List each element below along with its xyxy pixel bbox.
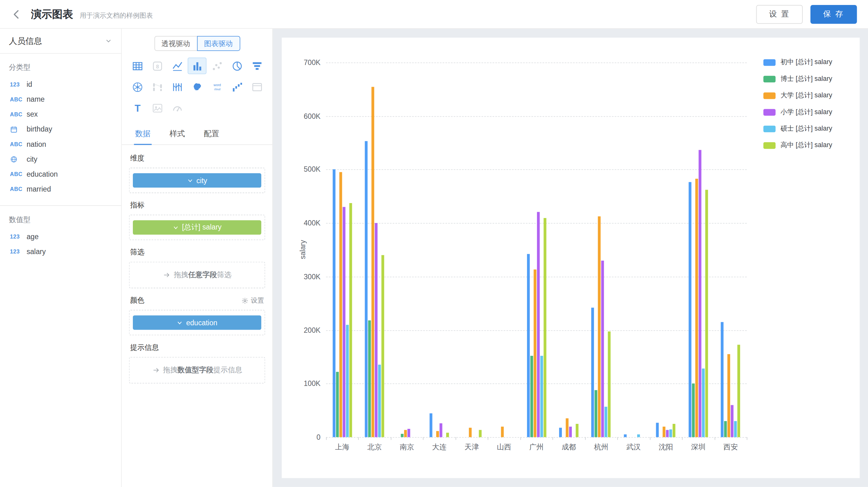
bar-group-沈阳 — [650, 63, 682, 437]
chart-type-line-icon[interactable] — [168, 58, 186, 74]
svg-text:T: T — [134, 103, 140, 113]
chart-type-pie-icon[interactable] — [227, 58, 246, 74]
chart-type-bar-icon[interactable] — [188, 58, 206, 74]
color-label: 颜色 — [130, 295, 144, 305]
bar-group-成都 — [553, 63, 585, 437]
chart-type-table-icon[interactable] — [128, 58, 147, 74]
field-item-salary[interactable]: 123salary — [0, 244, 121, 259]
metric-drop-zone[interactable]: [总计] salary — [129, 215, 266, 240]
bar-group-杭州 — [585, 63, 617, 437]
x-axis-tick — [423, 437, 424, 440]
x-axis-tick — [488, 437, 489, 440]
x-axis-tick — [326, 437, 327, 440]
bar — [702, 368, 705, 437]
x-axis-tick — [682, 437, 683, 440]
filter-drop-zone[interactable]: 拖拽任意字段筛选 — [129, 262, 266, 288]
panel-tabs: 数据样式配置 — [122, 124, 272, 145]
numeric-type-icon: 123 — [10, 233, 26, 240]
color-pill-education[interactable]: education — [133, 315, 261, 330]
tooltip-drop-zone[interactable]: 拖拽数值型字段提示信息 — [129, 357, 266, 384]
field-item-birthday[interactable]: birthday — [0, 122, 121, 136]
chart-canvas: salary 0100K200K300K400K500K600K700K 上海北… — [273, 29, 868, 487]
field-group-label: 分类型 — [0, 56, 121, 77]
plot-area — [326, 63, 747, 437]
color-drop-zone[interactable]: education — [129, 310, 266, 335]
legend-item[interactable]: 初中 [总计] salary — [764, 58, 832, 67]
chart-type-parallel-icon[interactable] — [168, 79, 186, 95]
x-tick-label-沈阳: 沈阳 — [650, 442, 682, 452]
mode-tab-pivot-driven[interactable]: 透视驱动 — [154, 36, 197, 51]
chevron-left-icon — [11, 9, 22, 20]
bar — [670, 429, 672, 437]
field-item-education[interactable]: ABCeducation — [0, 167, 121, 182]
bar — [378, 365, 381, 437]
top-header: 演示图表 用于演示文档的样例图表 设 置 保 存 — [0, 0, 868, 29]
chart-type-iframe-icon — [247, 79, 266, 95]
field-item-city[interactable]: city — [0, 152, 121, 167]
geo-icon — [10, 155, 26, 163]
bar — [724, 421, 727, 437]
field-item-id[interactable]: 123id — [0, 77, 121, 92]
back-button[interactable] — [11, 7, 25, 21]
field-name: age — [26, 232, 38, 241]
bar — [365, 141, 368, 437]
dimension-drop-zone[interactable]: city — [129, 168, 266, 193]
bar — [530, 356, 533, 437]
y-tick-label: 700K — [282, 59, 321, 67]
field-item-name[interactable]: ABCname — [0, 92, 121, 107]
legend-item[interactable]: 大学 [总计] salary — [764, 91, 832, 100]
save-button[interactable]: 保 存 — [810, 5, 857, 23]
dimension-pill-city[interactable]: city — [133, 173, 261, 188]
field-item-nation[interactable]: ABCnation — [0, 136, 121, 152]
field-item-married[interactable]: ABCmarried — [0, 182, 121, 197]
bar — [576, 424, 579, 437]
chart-type-text-icon[interactable]: T — [128, 99, 147, 116]
bar — [692, 384, 695, 437]
chart-type-funnel-icon[interactable] — [247, 58, 266, 74]
field-group: 数值型123age123salary — [0, 205, 121, 268]
bar — [375, 223, 378, 437]
chart-type-waterfall-icon[interactable] — [227, 79, 246, 95]
settings-button[interactable]: 设 置 — [756, 5, 803, 23]
bar — [468, 428, 471, 437]
bar — [537, 212, 539, 437]
chart-type-map-icon[interactable] — [188, 79, 206, 95]
field-groups: 分类型123idABCnameABCsexbirthdayABCnationci… — [0, 54, 121, 268]
legend-label: 小学 [总计] salary — [781, 107, 832, 117]
legend-item[interactable]: 小学 [总计] salary — [764, 107, 832, 117]
chevron-down-icon — [104, 37, 112, 45]
chevron-down-icon — [173, 225, 179, 231]
main-content: 人员信息 分类型123idABCnameABCsexbirthdayABCnat… — [0, 29, 868, 487]
metric-pill-salary[interactable]: [总计] salary — [133, 220, 261, 234]
panel-tab-样式[interactable]: 样式 — [168, 124, 186, 144]
legend-label: 初中 [总计] salary — [781, 58, 832, 67]
x-axis-tick — [747, 437, 747, 440]
mode-tab-chart-driven[interactable]: 图表驱动 — [197, 36, 240, 51]
bar — [688, 182, 691, 437]
chart-type-wordcloud-icon[interactable]: wordcloud — [208, 79, 226, 95]
field-name: salary — [26, 247, 46, 256]
field-name: nation — [26, 140, 46, 148]
bar — [559, 428, 562, 437]
color-settings-action[interactable]: 设置 — [241, 296, 264, 305]
tooltip-label: 提示信息 — [130, 343, 159, 352]
panel-tab-数据[interactable]: 数据 — [134, 124, 152, 144]
screenshot-root: 演示图表 用于演示文档的样例图表 设 置 保 存 人员信息 分类型123idAB… — [0, 0, 868, 487]
legend-item[interactable]: 高中 [总计] salary — [764, 140, 832, 150]
chart-type-radar-icon[interactable] — [128, 79, 147, 95]
bar — [371, 87, 374, 437]
legend-item[interactable]: 硕士 [总计] salary — [764, 124, 832, 133]
bar — [608, 331, 611, 437]
bar — [478, 430, 481, 437]
data-source-selector[interactable]: 人员信息 — [0, 29, 121, 54]
field-name: birthday — [26, 125, 52, 133]
field-item-sex[interactable]: ABCsex — [0, 107, 121, 122]
legend-item[interactable]: 博士 [总计] salary — [764, 74, 832, 83]
bar — [501, 426, 504, 437]
panel-tab-配置[interactable]: 配置 — [203, 124, 220, 144]
x-tick-label-成都: 成都 — [553, 442, 585, 452]
drive-mode-tabs: 透视驱动图表驱动 — [122, 36, 272, 51]
legend-label: 大学 [总计] salary — [781, 91, 832, 100]
bar — [540, 356, 543, 437]
field-item-age[interactable]: 123age — [0, 229, 121, 244]
